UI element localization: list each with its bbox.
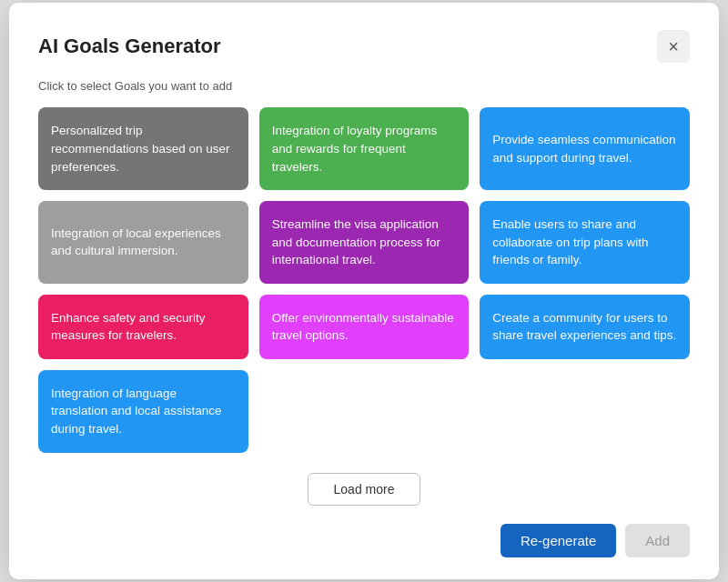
close-button[interactable]: ×	[657, 30, 690, 63]
goal-card-8[interactable]: Offer environmentally sustainable travel…	[259, 295, 470, 359]
subtitle: Click to select Goals you want to add	[38, 79, 690, 93]
goal-card-7[interactable]: Enhance safety and security measures for…	[38, 295, 248, 359]
goals-grid: Personalized trip recommendations based …	[38, 107, 690, 452]
add-button: Add	[625, 524, 690, 557]
goal-card-2[interactable]: Integration of loyalty programs and rewa…	[259, 107, 470, 190]
goal-card-9[interactable]: Create a community for users to share tr…	[480, 295, 690, 359]
goal-card-5[interactable]: Streamline the visa application and docu…	[259, 201, 470, 284]
modal-footer: Re-generate Add	[38, 524, 690, 557]
goal-card-10[interactable]: Integration of language translation and …	[38, 370, 248, 453]
goal-card-3[interactable]: Provide seamless communication and suppo…	[480, 107, 690, 190]
goal-card-1[interactable]: Personalized trip recommendations based …	[38, 107, 248, 190]
load-more-button[interactable]: Load more	[308, 473, 421, 506]
goal-card-4[interactable]: Integration of local experiences and cul…	[38, 201, 248, 284]
load-more-row: Load more	[38, 473, 690, 506]
modal: AI Goals Generator × Click to select Goa…	[9, 3, 719, 578]
modal-header: AI Goals Generator ×	[38, 30, 690, 63]
modal-title: AI Goals Generator	[38, 35, 221, 58]
regenerate-button[interactable]: Re-generate	[500, 524, 616, 557]
goal-card-6[interactable]: Enable users to share and collaborate on…	[480, 201, 690, 284]
